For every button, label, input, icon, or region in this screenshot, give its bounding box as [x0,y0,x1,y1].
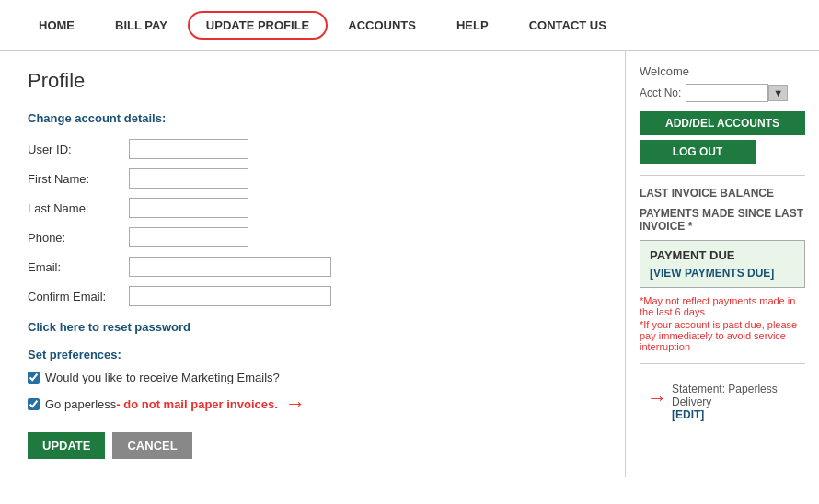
last-name-row: Last Name: [28,198,597,218]
last-name-label: Last Name: [28,201,129,215]
email-label: Email: [28,260,129,274]
welcome-text: Welcome [640,64,805,78]
acct-row: Acct No: ▼ [640,84,805,102]
marketing-checkbox-row: Would you like to receive Marketing Emai… [28,371,597,384]
acct-dropdown[interactable]: ▼ [768,85,788,101]
payments-label: PAYMENTS MADE SINCE LAST INVOICE * [640,207,805,233]
divider-1 [640,175,805,176]
first-name-label: First Name: [28,172,129,186]
paperless-checkbox[interactable] [28,398,40,410]
email-row: Email: [28,257,597,277]
reset-password-link[interactable]: Click here to reset password [28,320,597,334]
form-buttons: UPDATE CANCEL [28,432,597,459]
right-arrow-icon: → [647,386,667,410]
right-panel: Welcome Acct No: ▼ ADD/DEL ACCOUNTS LOG … [626,51,819,477]
phone-input[interactable] [129,227,248,247]
nav-home[interactable]: HOME [18,0,95,51]
paperless-note: - do not mail paper invoices. [116,397,278,411]
phone-row: Phone: [28,227,597,247]
navigation: HOME BILL PAY UPDATE PROFILE ACCOUNTS HE… [0,0,819,51]
acct-label: Acct No: [640,86,681,99]
page-title: Profile [28,69,597,93]
note-1: *May not reflect payments made in the la… [640,295,805,317]
phone-label: Phone: [28,231,129,245]
nav-bill-pay[interactable]: BILL PAY [95,0,188,51]
arrow-icon: → [285,392,306,416]
main-container: Profile Change account details: User ID:… [0,51,819,477]
marketing-label: Would you like to receive Marketing Emai… [45,371,280,384]
nav-accounts[interactable]: ACCOUNTS [328,0,436,51]
confirm-email-input[interactable] [129,286,331,306]
confirm-email-row: Confirm Email: [28,286,597,306]
update-button[interactable]: UPDATE [28,432,105,459]
cancel-button[interactable]: CANCEL [112,432,191,459]
edit-link[interactable]: [EDIT] [672,408,805,421]
payment-due-box: PAYMENT DUE [VIEW PAYMENTS DUE] [640,240,805,288]
marketing-checkbox[interactable] [28,372,40,384]
statement-text: Statement: Paperless Delivery [672,383,805,408]
divider-2 [640,363,805,364]
left-panel: Profile Change account details: User ID:… [0,51,626,477]
email-input[interactable] [129,257,331,277]
nav-help[interactable]: HELP [436,0,509,51]
user-id-input[interactable] [129,139,248,159]
acct-input[interactable] [686,84,768,102]
paperless-checkbox-row: Go paperless - do not mail paper invoice… [28,397,278,411]
first-name-row: First Name: [28,168,597,189]
first-name-input[interactable] [129,168,248,189]
user-id-label: User ID: [28,143,129,156]
preferences-heading: Set preferences: [28,348,597,361]
change-account-heading: Change account details: [28,111,597,125]
paperless-label: Go paperless [45,397,116,411]
confirm-email-label: Confirm Email: [28,290,129,304]
view-payments-link[interactable]: [VIEW PAYMENTS DUE] [650,267,795,280]
last-invoice-label: LAST INVOICE BALANCE [640,187,805,200]
logout-button[interactable]: LOG OUT [640,140,756,164]
paperless-row: Go paperless - do not mail paper invoice… [28,392,597,416]
statement-row: → Statement: Paperless Delivery [EDIT] [640,375,805,421]
add-del-button[interactable]: ADD/DEL ACCOUNTS [640,111,805,135]
user-id-row: User ID: [28,139,597,159]
nav-update-profile[interactable]: UPDATE PROFILE [188,11,328,40]
note-2: *If your account is past due, please pay… [640,319,805,352]
last-name-input[interactable] [129,198,248,218]
nav-contact-us[interactable]: CONTACT US [509,0,627,51]
payment-due-title: PAYMENT DUE [650,248,795,262]
